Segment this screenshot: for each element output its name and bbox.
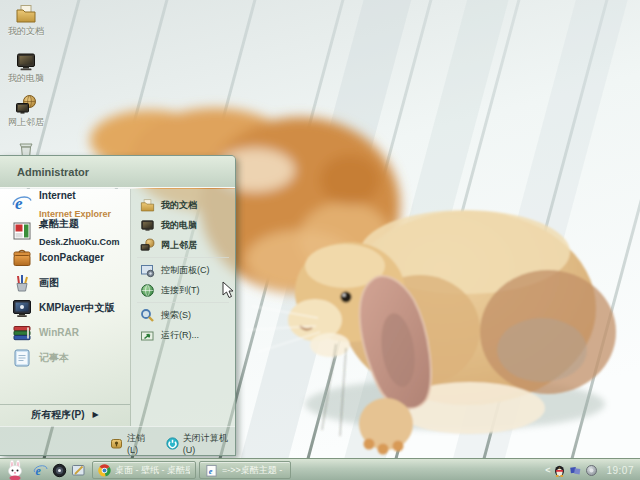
menu-separator — [137, 257, 229, 258]
start-menu-item-control-panel[interactable]: 控制面板(C) — [131, 260, 235, 280]
start-menu-item-paint[interactable]: 画图 — [0, 270, 130, 295]
start-menu-item-notepad[interactable]: 记事本 — [0, 345, 130, 370]
start-button-bunny[interactable] — [3, 460, 27, 480]
item-label: 控制面板(C) — [161, 264, 210, 277]
internet-explorer-icon: e — [11, 192, 33, 214]
mouse-cursor — [222, 281, 234, 299]
menu-separator — [137, 302, 229, 303]
item-label: 连接到(T) — [161, 284, 200, 297]
internet-explorer-quicklaunch-icon[interactable]: e — [33, 463, 48, 478]
notepad-icon — [11, 347, 33, 369]
log-off-button[interactable]: 注销(L) — [110, 432, 153, 455]
item-title: 桌酷主题 — [39, 218, 79, 229]
network-places-icon — [15, 94, 37, 116]
start-menu-item-search[interactable]: 搜索(S) — [131, 305, 235, 325]
control-panel-icon — [140, 263, 155, 278]
qq-messenger-icon[interactable] — [553, 464, 566, 477]
connect-to-icon — [140, 283, 155, 298]
winrar-icon — [11, 322, 33, 344]
start-menu-item-my-computer[interactable]: 我的电脑 — [131, 215, 235, 235]
ie-document-icon: e — [205, 464, 218, 477]
start-menu-item-my-documents[interactable]: 我的文档 — [131, 195, 235, 215]
desktop-screen: 我的文档 我的电脑 网上邻居 Administrator — [0, 0, 640, 480]
kmplayer-quicklaunch-icon[interactable] — [52, 463, 67, 478]
start-menu-item-winrar[interactable]: WinRAR — [0, 320, 130, 345]
system-tray: < 19:07 — [545, 459, 637, 480]
start-menu-bottom-band: 注销(L) 关闭计算机(U) — [0, 426, 235, 455]
svg-text:e: e — [209, 466, 213, 475]
quick-launch-bar: e » — [33, 459, 97, 480]
my-computer-icon — [140, 218, 155, 233]
my-documents-folder-icon — [15, 3, 37, 25]
taskbar-clock[interactable]: 19:07 — [606, 465, 634, 476]
start-menu-panel: Administrator e Internet Internet Explor… — [0, 155, 236, 456]
show-desktop-icon[interactable] — [71, 463, 86, 478]
item-title: WinRAR — [39, 327, 79, 338]
shut-down-label: 关闭计算机(U) — [183, 432, 235, 455]
taskbar-window-button-zhuoku[interactable]: e =->>桌酷主题 - Mic... — [199, 461, 291, 479]
run-icon — [140, 328, 155, 343]
item-title: 记事本 — [39, 352, 69, 363]
item-label: 运行(R)... — [161, 329, 199, 342]
tray-app-icon[interactable] — [585, 464, 598, 477]
chevron-right-icon: ▶ — [93, 410, 99, 419]
desktop-icon-label: 我的文档 — [0, 26, 52, 36]
tray-collapse-chevron[interactable]: < — [545, 465, 550, 475]
chrome-icon — [98, 464, 111, 477]
item-label: 搜索(S) — [161, 309, 191, 322]
network-places-icon — [140, 238, 155, 253]
desktop-icon-my-documents[interactable]: 我的文档 — [0, 3, 52, 36]
taskbar: e » 桌面 - 壁纸 - 桌酷壁... — [0, 458, 640, 480]
item-label: 我的文档 — [161, 199, 197, 212]
desktop-icon-label: 网上邻居 — [0, 117, 52, 127]
desktop-icon-my-computer[interactable]: 我的电脑 — [0, 50, 52, 83]
desktop-icon-label: 我的电脑 — [0, 73, 52, 83]
item-label: 我的电脑 — [161, 219, 197, 232]
my-computer-icon — [15, 50, 37, 72]
start-menu-item-connect-to[interactable]: 连接到(T) — [131, 280, 235, 300]
start-menu-item-run[interactable]: 运行(R)... — [131, 325, 235, 345]
log-off-icon — [110, 437, 123, 450]
start-menu-user-name: Administrator — [0, 156, 235, 188]
windows-messenger-icon[interactable] — [569, 464, 582, 477]
start-menu-body: e Internet Internet Explorer — [0, 189, 235, 426]
item-label: 网上邻居 — [161, 239, 197, 252]
taskbar-window-button-wallpaper[interactable]: 桌面 - 壁纸 - 桌酷壁... — [92, 461, 196, 479]
log-off-label: 注销(L) — [127, 432, 153, 455]
paint-icon — [11, 272, 33, 294]
start-menu-item-zhuoku-theme[interactable]: 桌酷主题 Desk.ZhuoKu.Com — [0, 217, 130, 245]
search-icon — [140, 308, 155, 323]
taskbar-window-title: =->>桌酷主题 - Mic... — [222, 464, 285, 477]
start-menu-right-column: 我的文档 我的电脑 网上邻居 — [131, 189, 235, 426]
power-icon — [166, 437, 179, 450]
iconpackager-icon — [11, 247, 33, 269]
desktop-icon-network-places[interactable]: 网上邻居 — [0, 94, 52, 127]
shut-down-button[interactable]: 关闭计算机(U) — [166, 432, 235, 455]
item-subtitle: Desk.ZhuoKu.Com — [39, 237, 120, 247]
item-title: KMPlayer中文版 — [39, 302, 115, 313]
taskbar-window-title: 桌面 - 壁纸 - 桌酷壁... — [115, 464, 190, 477]
start-menu-left-column: e Internet Internet Explorer — [0, 189, 131, 426]
all-programs-label: 所有程序(P) — [31, 408, 84, 422]
start-menu-item-network-places[interactable]: 网上邻居 — [131, 235, 235, 255]
all-programs-button[interactable]: 所有程序(P) ▶ — [0, 404, 130, 424]
my-documents-icon — [140, 198, 155, 213]
kmplayer-icon — [11, 297, 33, 319]
item-title: IconPackager — [39, 252, 104, 263]
zhuoku-theme-icon — [11, 220, 33, 242]
start-menu-item-kmplayer[interactable]: KMPlayer中文版 — [0, 295, 130, 320]
item-title: Internet — [39, 190, 76, 201]
item-title: 画图 — [39, 277, 59, 288]
rabbit-eye — [341, 292, 352, 303]
